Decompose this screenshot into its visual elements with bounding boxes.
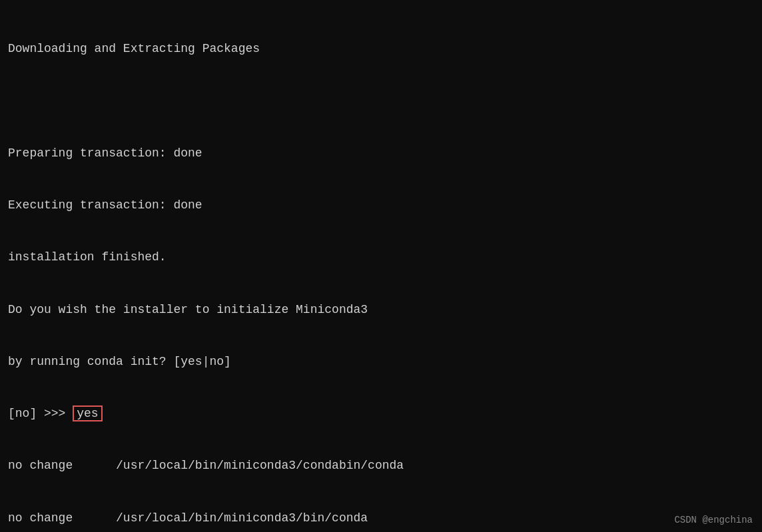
terminal-line-5: installation finished. (8, 248, 754, 266)
terminal-line-2 (8, 92, 754, 109)
watermark-label: CSDN @engchina (674, 515, 753, 525)
terminal-line-6: Do you wish the installer to initialize … (8, 301, 754, 318)
terminal-line-1: Downloading and Extracting Packages (8, 40, 754, 57)
terminal-line-8: [no] >>> yes (8, 405, 754, 422)
terminal-line-7: by running conda init? [yes|no] (8, 353, 754, 370)
prompt-prefix: [no] >>> (8, 407, 73, 420)
terminal-line-4: Executing transaction: done (8, 196, 754, 214)
terminal-line-10: no change /usr/local/bin/miniconda3/bin/… (8, 509, 754, 527)
yes-input-highlight: yes (73, 405, 102, 421)
terminal-line-3: Preparing transaction: done (8, 144, 754, 162)
terminal-line-9: no change /usr/local/bin/miniconda3/cond… (8, 457, 754, 474)
terminal-output: Downloading and Extracting Packages Prep… (8, 5, 754, 532)
